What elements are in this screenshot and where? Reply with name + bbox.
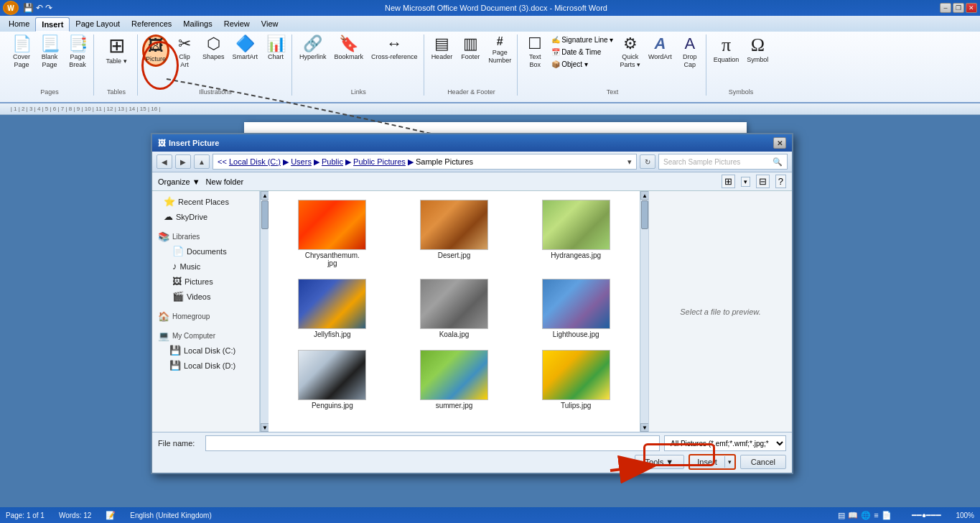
filetype-select[interactable]: All Pictures (*.emf;*.wmf;*.jpg;* bbox=[664, 435, 786, 451]
restore-button[interactable]: ❐ bbox=[953, 3, 964, 13]
minimize-button[interactable]: – bbox=[940, 3, 951, 13]
picture-button[interactable]: 🖼 Picture bbox=[142, 34, 169, 67]
back-button[interactable]: ◀ bbox=[157, 154, 172, 169]
cancel-button[interactable]: Cancel bbox=[740, 455, 786, 469]
bookmark-button[interactable]: 🔖 Bookmark bbox=[332, 34, 367, 63]
signature-line-button[interactable]: ✍ Signature Line ▾ bbox=[550, 34, 615, 45]
menu-item-page-layout[interactable]: Page Layout bbox=[70, 17, 126, 32]
search-input[interactable]: Search Sample Pictures 🔍 bbox=[658, 154, 788, 170]
insert-button[interactable]: Insert bbox=[690, 455, 724, 468]
refresh-button[interactable]: ↻ bbox=[640, 154, 655, 169]
files-scroll-thumb[interactable] bbox=[641, 200, 648, 229]
address-dropdown-icon[interactable]: ▾ bbox=[627, 157, 632, 167]
help-button[interactable]: ? bbox=[775, 175, 786, 188]
sidebar-pictures[interactable]: 🖼 Pictures bbox=[152, 274, 259, 289]
sidebar-my-computer[interactable]: 💻 My Computer bbox=[152, 328, 259, 343]
sidebar-skydrive[interactable]: ☁ SkyDrive bbox=[152, 209, 259, 224]
files-scrollbar[interactable]: ▲ ▼ bbox=[640, 191, 648, 432]
footer-button[interactable]: ▥ Footer bbox=[457, 34, 483, 63]
chart-button[interactable]: 📊 Chart bbox=[263, 34, 289, 63]
sidebar-recent-places[interactable]: ⭐ Recent Places bbox=[152, 194, 259, 209]
file-tulips[interactable]: Tulips.jpg bbox=[518, 347, 634, 412]
zoom-level: 100% bbox=[956, 512, 974, 519]
smartart-button[interactable]: 🔷 SmartArt bbox=[230, 34, 261, 63]
drop-cap-button[interactable]: A DropCap bbox=[677, 34, 703, 70]
header-button[interactable]: ▤ Header bbox=[429, 34, 456, 63]
insert-dropdown-button[interactable]: ▾ bbox=[724, 456, 734, 468]
address-bar[interactable]: << Local Disk (C:) ▶ Users ▶ Public ▶ Pu… bbox=[213, 154, 637, 170]
view-buttons: ▤ 📖 🌐 ≡ 📄 bbox=[838, 511, 891, 520]
scroll-thumb[interactable] bbox=[261, 200, 269, 229]
blank-page-button[interactable]: 📃 BlankPage bbox=[37, 34, 62, 70]
window-controls: – ❐ ✕ bbox=[940, 3, 977, 13]
forward-button[interactable]: ▶ bbox=[175, 154, 191, 169]
zoom-slider[interactable]: ━━●━━━ bbox=[912, 511, 942, 520]
file-summer[interactable]: summer.jpg bbox=[396, 347, 513, 412]
sidebar-music[interactable]: ♪ Music bbox=[152, 259, 259, 274]
skydrive-icon: ☁ bbox=[164, 211, 173, 222]
file-penguins[interactable]: Penguins.jpg bbox=[274, 347, 391, 412]
sidebar-documents[interactable]: 📄 Documents bbox=[152, 244, 259, 259]
menu-item-insert[interactable]: Insert bbox=[35, 17, 70, 32]
close-button[interactable]: ✕ bbox=[966, 3, 977, 13]
menu-item-view[interactable]: View bbox=[256, 17, 284, 32]
date-time-button[interactable]: 📅 Date & Time bbox=[550, 47, 615, 57]
page-number-button[interactable]: # PageNumber bbox=[485, 34, 514, 66]
quick-access-undo[interactable]: ↶ bbox=[36, 3, 43, 13]
outline-button[interactable]: ≡ bbox=[874, 511, 878, 520]
dialog-toolbar: ◀ ▶ ▲ << Local Disk (C:) ▶ Users ▶ Publi… bbox=[152, 152, 792, 172]
chart-icon: 📊 bbox=[266, 36, 286, 52]
footer-icon: ▥ bbox=[463, 36, 478, 52]
text-box-button[interactable]: ☐ TextBox bbox=[522, 34, 548, 70]
file-hydrangeas[interactable]: Hydrangeas.jpg bbox=[518, 197, 634, 270]
tools-button[interactable]: Tools ▼ bbox=[635, 455, 685, 469]
view-details-button[interactable]: ⊟ bbox=[756, 175, 770, 188]
file-chrysanthemum[interactable]: Chrysanthemum.jpg bbox=[274, 197, 391, 270]
chrysanthemum-thumbnail bbox=[298, 200, 366, 250]
file-desert[interactable]: Desert.jpg bbox=[396, 197, 513, 270]
sidebar-local-disk-c[interactable]: 💾 Local Disk (C:) bbox=[152, 343, 259, 358]
quick-access-save[interactable]: 💾 bbox=[23, 3, 34, 13]
organize-button[interactable]: Organize ▼ bbox=[158, 177, 200, 186]
word-count: Words: 12 bbox=[59, 512, 91, 519]
quick-parts-button[interactable]: ⚙ QuickParts ▾ bbox=[617, 34, 643, 70]
cover-page-button[interactable]: 📄 CoverPage bbox=[9, 34, 34, 70]
table-button[interactable]: ⊞ Table ▾ bbox=[98, 34, 134, 67]
filename-label: File name: bbox=[158, 439, 201, 448]
file-jellyfish[interactable]: Jellyfish.jpg bbox=[274, 276, 391, 341]
sidebar-libraries[interactable]: 📚 Libraries bbox=[152, 228, 259, 244]
sidebar-scrollbar[interactable]: ▲ ▼ bbox=[260, 191, 269, 432]
file-koala[interactable]: Koala.jpg bbox=[396, 276, 513, 341]
menu-item-references[interactable]: References bbox=[126, 17, 177, 32]
view-toggle-button[interactable]: ⊞ bbox=[722, 175, 735, 188]
dialog-close-button[interactable]: ✕ bbox=[773, 137, 786, 149]
view-dropdown-button[interactable]: ▾ bbox=[741, 177, 750, 187]
wordart-icon: A bbox=[654, 36, 666, 52]
shapes-button[interactable]: ⬡ Shapes bbox=[200, 34, 228, 63]
links-group-label: Links bbox=[297, 87, 421, 96]
page-break-button[interactable]: 📑 PageBreak bbox=[65, 34, 90, 70]
file-lighthouse[interactable]: Lighthouse.jpg bbox=[518, 276, 634, 341]
up-button[interactable]: ▲ bbox=[194, 154, 210, 169]
equation-button[interactable]: π Equation bbox=[711, 34, 742, 65]
menu-item-mailings[interactable]: Mailings bbox=[177, 17, 218, 32]
quick-access-redo[interactable]: ↷ bbox=[45, 3, 52, 13]
print-layout-button[interactable]: ▤ bbox=[838, 511, 845, 520]
hyperlink-button[interactable]: 🔗 Hyperlink bbox=[297, 34, 330, 63]
clip-art-button[interactable]: ✂ ClipArt bbox=[172, 34, 197, 70]
sidebar-local-disk-d[interactable]: 💾 Local Disk (D:) bbox=[152, 358, 259, 373]
sidebar-homegroup[interactable]: 🏠 Homegroup bbox=[152, 308, 259, 323]
symbol-button[interactable]: Ω Symbol bbox=[744, 34, 771, 65]
filename-input[interactable] bbox=[205, 435, 660, 451]
menu-item-home[interactable]: Home bbox=[3, 17, 35, 32]
web-layout-button[interactable]: 🌐 bbox=[861, 511, 871, 520]
cross-reference-button[interactable]: ↔ Cross-reference bbox=[368, 34, 421, 63]
sidebar-videos[interactable]: 🎬 Videos bbox=[152, 289, 259, 304]
new-folder-button[interactable]: New folder bbox=[206, 177, 244, 186]
object-button[interactable]: 📦 Object ▾ bbox=[550, 59, 615, 70]
wordart-button[interactable]: A WordArt bbox=[645, 34, 675, 63]
draft-button[interactable]: 📄 bbox=[882, 511, 892, 520]
full-reading-button[interactable]: 📖 bbox=[848, 511, 858, 520]
menu-item-review[interactable]: Review bbox=[218, 17, 256, 32]
videos-label: Videos bbox=[187, 292, 210, 301]
